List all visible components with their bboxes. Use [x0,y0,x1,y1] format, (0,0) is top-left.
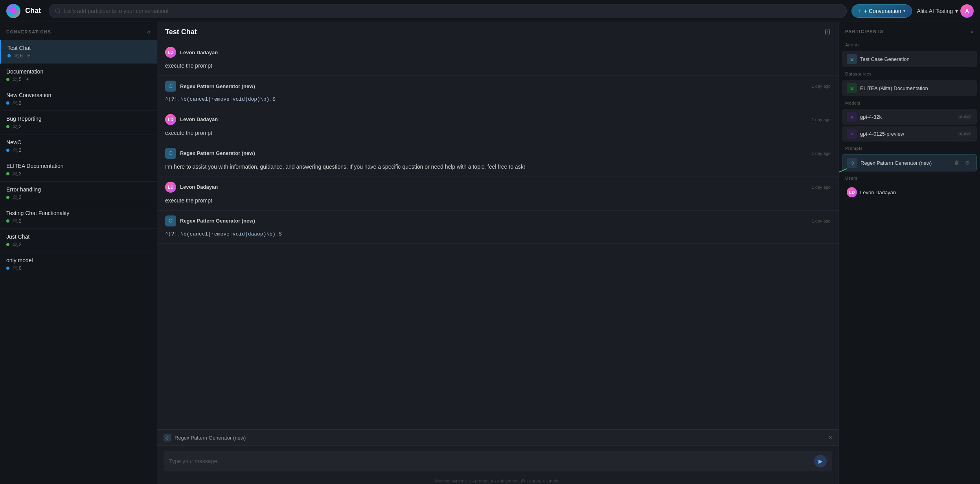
members-icon: 2 [13,218,22,224]
agent-avatar: ⬡ [165,81,176,92]
sender-name: Levon Dadayan [180,50,218,55]
conversation-item[interactable]: Documentation 5 ✦ [0,64,157,87]
msg-time: 1 day ago [812,151,831,156]
conversation-item[interactable]: Bug Reporting 2 [0,111,157,134]
agents-list: ⊞ Test Case Generation [839,50,980,68]
conv-item-name: Just Chat [6,234,151,240]
panel-expand-button[interactable]: » [971,28,974,35]
main-layout: CONVERSATIONS « Test Chat 6 ✦ Documentat… [0,22,980,484]
send-button[interactable]: ▶ [814,455,827,467]
model-name: gpt-4-0125-preview [860,131,904,137]
members-icon: 5 [13,77,22,82]
conv-item-meta: 2 [6,100,151,106]
svg-point-0 [10,7,17,14]
app-logo [6,4,20,18]
msg-header: ⬡ Regex Pattern Generator (new) 1 day ag… [157,76,838,94]
chat-options-icon[interactable]: ⊡ [825,28,831,36]
prompts-section-label: Prompts [839,143,980,153]
search-bar[interactable]: Let's add participants to your conversat… [49,4,847,18]
chat-hint: Mention symbols: / - prompt, # - datasou… [157,476,838,484]
datasource-name: ELITEA (Alita) Documentation [860,85,928,91]
sender-name: Regex Pattern Generator (new) [180,218,255,224]
agent-item[interactable]: ⊞ Test Case Generation [842,51,977,67]
conv-item-meta: 0 [6,265,151,271]
search-placeholder: Let's add participants to your conversat… [64,8,169,14]
chat-input[interactable] [169,458,810,464]
status-dot [6,243,9,246]
conv-item-name: NewC [6,139,151,145]
conv-item-name: Testing Chat Functionality [6,210,151,216]
user-avatar-sm: LD [165,114,176,125]
close-prompt-button[interactable]: × [829,434,832,441]
conversations-list: Test Chat 6 ✦ Documentation 5 ✦ New Conv… [0,40,157,484]
user-item-name: Levon Dadayan [860,190,896,195]
agent-avatar: ⬡ [165,215,176,226]
model-icon: ⊛ [847,112,857,122]
prompt-name: Regex Pattern Generator (new) [860,160,932,166]
status-dot [6,101,9,105]
msg-time: 1 day ago [812,185,831,190]
new-conversation-button[interactable]: + + Conversation ▾ [851,4,912,18]
star-icon: ✦ [27,53,31,59]
status-dot [6,125,9,128]
active-prompt-info: ⬡ Regex Pattern Generator (new) [164,434,246,442]
datasources-section-label: Datasources [839,68,980,79]
msg-sender: ⬡ Regex Pattern Generator (new) [165,81,255,92]
status-dot [6,78,9,81]
user-menu[interactable]: Alita AI Testing ▾ A [917,4,974,18]
chat-input-area: ▶ [157,446,838,476]
agent-avatar: ⬡ [165,148,176,159]
msg-body: I'm here to assist you with information,… [157,161,838,177]
conversation-item[interactable]: Test Chat 6 ✦ [0,40,157,64]
svg-point-10 [14,243,15,244]
conversation-item[interactable]: Error handling 3 [0,182,157,205]
svg-point-8 [14,195,15,197]
status-dot [6,149,9,152]
conv-item-name: Error handling [6,186,151,193]
members-icon: 2 [13,171,22,177]
members-icon: 2 [13,100,22,106]
conv-item-name: Test Chat [7,45,151,51]
sidebar-title: CONVERSATIONS [6,29,51,34]
members-icon: 2 [13,124,22,129]
status-dot [6,196,9,199]
conversation-item[interactable]: only model 0 [0,252,157,276]
users-list: LD Levon Dadayan [839,183,980,202]
delete-prompt-button[interactable]: 🗑 [952,159,961,167]
conv-item-name: ELITEA Documentation [6,163,151,169]
sidebar-collapse-button[interactable]: « [147,28,151,35]
message-group: ⬡ Regex Pattern Generator (new) 1 day ag… [157,211,838,244]
status-dot [6,172,9,175]
svg-point-9 [14,219,15,221]
message-group: LD Levon Dadayan 1 day ago execute the p… [157,109,838,143]
conv-item-meta: 5 ✦ [6,77,151,82]
conversation-item[interactable]: Testing Chat Functionality 2 [0,205,157,229]
sidebar: CONVERSATIONS « Test Chat 6 ✦ Documentat… [0,22,157,484]
user-item-avatar: LD [847,187,857,197]
model-item[interactable]: ⊛ gpt-4-0125-preview ai_dial [842,126,977,142]
svg-point-4 [14,101,15,103]
svg-point-11 [14,266,15,268]
active-prompt-bar: ⬡ Regex Pattern Generator (new) × [157,429,838,446]
model-badge: ai_dial [957,131,972,136]
agent-icon: ⊞ [847,54,857,64]
prompt-icon: ⬡ [847,158,857,168]
msg-header: LD Levon Dadayan 1 day ago [157,109,838,127]
conversation-item[interactable]: New Conversation 2 [0,87,157,111]
msg-sender: LD Levon Dadayan [165,182,218,193]
settings-prompt-button[interactable]: ⚙ [963,159,972,167]
prompt-item[interactable]: ⬡ Regex Pattern Generator (new) 🗑 ⚙ [842,154,977,171]
conversation-item[interactable]: Just Chat 2 [0,229,157,252]
user-avatar-sm: LD [165,182,176,193]
datasource-icon: ⊟ [847,83,857,93]
model-item[interactable]: ⊛ gpt-4-32k ai_dial [842,109,977,125]
model-name: gpt-4-32k [860,114,882,120]
msg-sender: ⬡ Regex Pattern Generator (new) [165,215,255,226]
datasource-item[interactable]: ⊟ ELITEA (Alita) Documentation [842,80,977,96]
conversation-item[interactable]: NewC 2 [0,134,157,158]
conversation-item[interactable]: ELITEA Documentation 2 [0,158,157,182]
chat-input-wrapper: ▶ [164,451,832,471]
conv-item-name: New Conversation [6,92,151,98]
msg-time: 1 day ago [812,84,831,88]
msg-header: ⬡ Regex Pattern Generator (new) 1 day ag… [157,211,838,229]
